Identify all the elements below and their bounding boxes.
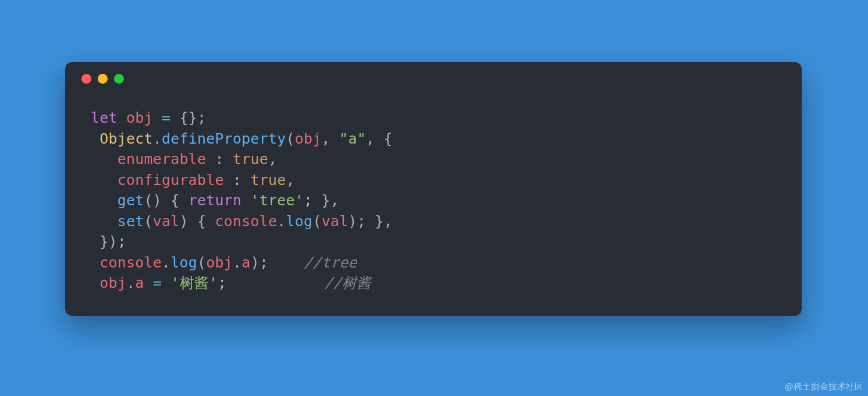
minimize-icon bbox=[98, 74, 108, 84]
maximize-icon bbox=[114, 74, 124, 84]
ident-console: console bbox=[215, 213, 278, 230]
op-assign: = bbox=[162, 109, 170, 126]
fn-set: set bbox=[118, 213, 144, 230]
string-shujiang: '树酱' bbox=[170, 274, 218, 291]
bool-true: true bbox=[233, 151, 268, 167]
fn-log: log bbox=[286, 213, 313, 230]
ident-console: console bbox=[99, 254, 162, 271]
ident-object: Object bbox=[99, 130, 153, 147]
ident-obj: obj bbox=[126, 109, 153, 126]
arg-val: val bbox=[153, 213, 180, 230]
string-tree: 'tree' bbox=[251, 192, 304, 209]
punct: {}; bbox=[180, 109, 207, 126]
watermark: @稀土掘金技术社区 bbox=[785, 381, 863, 393]
prop-configurable: configurable bbox=[118, 172, 224, 188]
comment-tree: //tree bbox=[304, 254, 357, 271]
close-icon bbox=[81, 74, 91, 84]
fn-log: log bbox=[170, 254, 197, 271]
comment-shujiang: //树酱 bbox=[324, 274, 371, 291]
keyword-return: return bbox=[188, 192, 242, 209]
code-window: let obj = {}; Object.defineProperty(obj,… bbox=[65, 62, 802, 316]
string-a: "a" bbox=[339, 130, 366, 147]
fn-defineproperty: defineProperty bbox=[162, 130, 286, 147]
keyword-let: let bbox=[91, 109, 118, 126]
prop-enumerable: enumerable bbox=[118, 151, 207, 167]
punct-close: }); bbox=[99, 233, 126, 250]
code-block: let obj = {}; Object.defineProperty(obj,… bbox=[65, 90, 802, 294]
titlebar bbox=[65, 62, 802, 90]
bool-true: true bbox=[251, 172, 286, 188]
fn-get: get bbox=[118, 192, 144, 209]
